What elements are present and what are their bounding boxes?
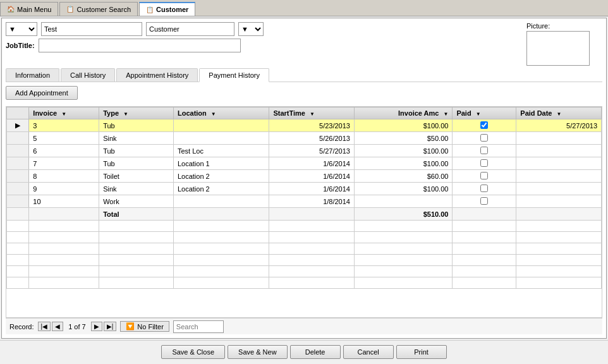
- cell-starttime: 5/26/2013: [269, 132, 355, 145]
- cell-paiddate: [516, 170, 602, 183]
- save-new-button[interactable]: Save & New: [228, 345, 288, 359]
- cell-paid[interactable]: [453, 183, 516, 195]
- col-header-selector: [7, 107, 29, 119]
- cell-invoice: 6: [29, 145, 99, 157]
- cell-amount: $100.00: [354, 157, 452, 170]
- cell-paid[interactable]: [453, 195, 516, 208]
- nav-last-button[interactable]: ▶|: [104, 322, 117, 331]
- col-header-invoice[interactable]: Invoice ▼: [29, 107, 99, 119]
- tab-customer[interactable]: 📋 Customer: [139, 2, 195, 16]
- col-header-location[interactable]: Location ▼: [173, 107, 269, 119]
- paid-checkbox[interactable]: [480, 121, 488, 129]
- cell-type: Sink: [99, 132, 174, 145]
- cell-invoice: 7: [29, 157, 99, 170]
- tab-appointment-history[interactable]: Appointment History: [116, 68, 198, 82]
- cell-paid[interactable]: [453, 170, 516, 183]
- table-row[interactable]: 5Sink5/26/2013$50.00: [7, 132, 602, 145]
- search-input[interactable]: [173, 320, 224, 333]
- tab-customer-search[interactable]: 📋 Customer Search: [59, 2, 138, 16]
- table-row[interactable]: 6TubTest Loc5/27/2013$100.00: [7, 145, 602, 157]
- col-header-type[interactable]: Type ▼: [99, 107, 174, 119]
- cell-invoice: 3: [29, 119, 99, 132]
- table-row[interactable]: ▶3Tub5/23/2013$100.005/27/2013: [7, 119, 602, 132]
- cell-invoice: 9: [29, 183, 99, 195]
- add-appointment-button[interactable]: Add Appointment: [6, 86, 78, 100]
- picture-placeholder: [526, 31, 590, 66]
- paid-sort-icon: ▼: [476, 111, 481, 117]
- cell-starttime: 1/8/2014: [269, 195, 355, 208]
- row-selector: [7, 170, 29, 183]
- row-selector: [7, 183, 29, 195]
- last-name-input[interactable]: [146, 22, 234, 36]
- paid-checkbox[interactable]: [480, 134, 488, 142]
- record-count: 1 of 7: [64, 323, 90, 331]
- delete-button[interactable]: Delete: [290, 345, 341, 359]
- paid-checkbox[interactable]: [480, 197, 488, 205]
- cell-invoice: 8: [29, 170, 99, 183]
- invoice-sort-icon: ▼: [61, 111, 66, 117]
- cancel-button[interactable]: Cancel: [343, 345, 394, 359]
- cell-starttime: 5/23/2013: [269, 119, 355, 132]
- cell-location: Location 2: [173, 170, 269, 183]
- cell-amount: $60.00: [354, 170, 452, 183]
- row-selector: [7, 157, 29, 170]
- save-close-button[interactable]: Save & Close: [161, 345, 225, 359]
- jobtitle-input[interactable]: [39, 39, 241, 52]
- paid-checkbox[interactable]: [480, 159, 488, 167]
- empty-row: [7, 232, 602, 243]
- table-row[interactable]: 8ToiletLocation 21/6/2014$60.00: [7, 170, 602, 183]
- col-header-paid[interactable]: Paid ▼: [453, 107, 516, 119]
- row-selector: ▶: [7, 119, 29, 132]
- paid-checkbox[interactable]: [480, 185, 488, 192]
- cell-amount: [354, 195, 452, 208]
- nav-first-button[interactable]: |◀: [38, 322, 51, 331]
- tab-information[interactable]: Information: [6, 68, 59, 82]
- nav-prev-button[interactable]: ◀: [52, 322, 63, 331]
- empty-row: [7, 266, 602, 277]
- row-selector: [7, 132, 29, 145]
- cell-paiddate: 5/27/2013: [516, 119, 602, 132]
- cell-location: Location 2: [173, 183, 269, 195]
- filter-indicator[interactable]: 🔽 No Filter: [120, 321, 169, 332]
- cell-location: [173, 132, 269, 145]
- cell-type: Tub: [99, 157, 174, 170]
- empty-row: [7, 243, 602, 255]
- tab-main-menu[interactable]: 🏠 Main Menu: [0, 2, 58, 16]
- print-button[interactable]: Print: [396, 345, 447, 359]
- cell-location: Location 1: [173, 157, 269, 170]
- action-bar: Save & Close Save & New Delete Cancel Pr…: [0, 340, 608, 363]
- cell-paiddate: [516, 195, 602, 208]
- cell-paid[interactable]: [453, 132, 516, 145]
- col-header-amount[interactable]: Invoice Amc ▼: [354, 107, 452, 119]
- cell-paid[interactable]: [453, 119, 516, 132]
- cell-paid[interactable]: [453, 145, 516, 157]
- tab-customer-search-label: Customer Search: [76, 6, 131, 13]
- paid-checkbox[interactable]: [480, 172, 488, 179]
- cell-type: Work: [99, 195, 174, 208]
- title-bar: 🏠 Main Menu 📋 Customer Search 📋 Customer: [0, 0, 608, 16]
- nav-next-button[interactable]: ▶: [91, 322, 102, 331]
- table-row[interactable]: 7TubLocation 11/6/2014$100.00: [7, 157, 602, 170]
- table-row[interactable]: 10Work1/8/2014: [7, 195, 602, 208]
- cell-paiddate: [516, 183, 602, 195]
- amount-sort-icon: ▼: [443, 111, 448, 117]
- paid-checkbox[interactable]: [480, 147, 488, 154]
- salutation-dropdown[interactable]: ▼: [6, 22, 37, 36]
- cell-amount: $100.00: [354, 183, 452, 195]
- cell-paid[interactable]: [453, 157, 516, 170]
- total-cell-0: [7, 208, 29, 221]
- col-header-starttime[interactable]: StartTime ▼: [269, 107, 355, 119]
- data-table-container: Invoice ▼ Type ▼ Location ▼ StartTime ▼: [6, 106, 602, 318]
- tab-call-history[interactable]: Call History: [61, 68, 115, 82]
- row-selector: [7, 145, 29, 157]
- tab-payment-history[interactable]: Payment History: [199, 68, 269, 82]
- cell-type: Tub: [99, 145, 174, 157]
- first-name-input[interactable]: [41, 22, 142, 36]
- status-bar: Record: |◀ ◀ 1 of 7 ▶ ▶| 🔽 No Filter: [6, 318, 602, 334]
- suffix-dropdown[interactable]: ▼: [238, 22, 264, 36]
- cell-amount: $50.00: [354, 132, 452, 145]
- cell-paiddate: [516, 132, 602, 145]
- location-sort-icon: ▼: [211, 111, 216, 117]
- table-row[interactable]: 9SinkLocation 21/6/2014$100.00: [7, 183, 602, 195]
- col-header-paiddate[interactable]: Paid Date ▼: [516, 107, 602, 119]
